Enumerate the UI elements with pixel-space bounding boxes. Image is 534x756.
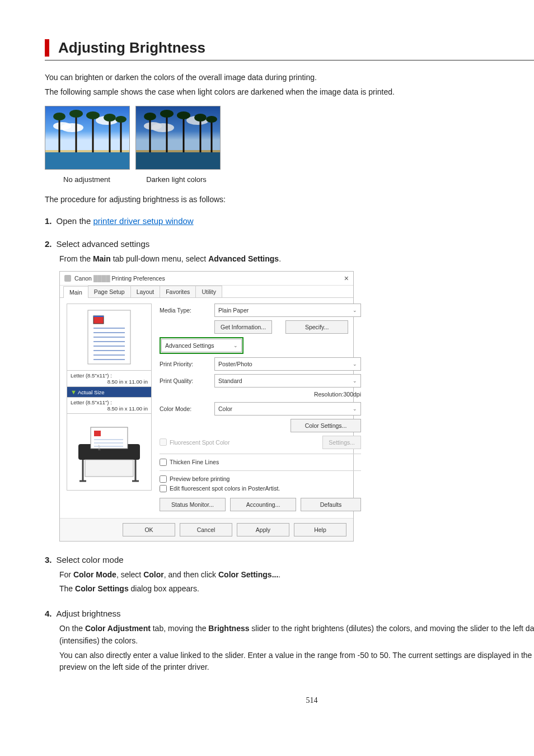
printing-preferences-dialog: Canon ████ Printing Preferences × Main P… [59,271,354,542]
printer-driver-link[interactable]: printer driver setup window [93,216,193,226]
svg-point-15 [115,116,127,123]
preview-checkbox[interactable] [160,475,167,483]
help-button[interactable]: Help [294,523,346,536]
tab-main[interactable]: Main [63,286,88,298]
svg-rect-34 [93,316,104,317]
svg-rect-20 [136,151,220,169]
size-readout-2: Letter (8.5"x11") : 8.50 in x 11.00 in [67,398,152,414]
caption-none: No adjustment [45,175,129,184]
intro-1: You can brighten or darken the colors of… [45,72,534,84]
edit-fluorescent-label: Edit fluorescent spot colors in PosterAr… [170,485,280,492]
svg-rect-49 [85,460,133,477]
dialog-buttons: OK Cancel Apply Help [60,518,353,541]
color-mode-label: Color Mode: [160,405,210,412]
close-icon[interactable]: × [344,274,349,283]
svg-point-27 [144,113,156,120]
chevron-down-icon: ⌄ [353,307,357,313]
size-readout-1: Letter (8.5"x11") : 8.50 in x 11.00 in [67,371,152,387]
svg-point-11 [53,113,65,120]
thicken-lines-checkbox[interactable] [160,459,167,466]
accounting-button[interactable]: Accounting... [230,498,296,511]
advanced-settings-dropdown[interactable]: Advanced Settings⌄ [161,339,242,352]
divider [160,470,361,471]
tab-page-setup[interactable]: Page Setup [88,286,131,297]
status-monitor-button[interactable]: Status Monitor... [160,498,226,511]
step4-title: Adjust brightness [57,609,121,618]
svg-rect-45 [94,431,101,436]
svg-point-29 [177,111,190,119]
svg-point-14 [104,114,116,122]
svg-point-2 [61,123,83,132]
sample-darken [135,106,221,170]
dialog-tabs: Main Page Setup Layout Favorites Utility [60,286,353,298]
resolution-readout: Resolution:300dpi [160,391,361,398]
tab-layout[interactable]: Layout [130,286,161,297]
color-mode-dropdown[interactable]: Color⌄ [214,402,361,416]
procedure-lead: The procedure for adjusting brightness i… [45,194,534,206]
cancel-button[interactable]: Cancel [180,523,232,536]
svg-rect-44 [91,427,128,449]
svg-point-13 [86,111,100,119]
page-preview [67,304,152,371]
svg-rect-21 [136,150,220,152]
step4-p2: You can also directly enter a value link… [59,650,534,674]
print-quality-label: Print Quality: [160,377,210,384]
fluorescent-label: Fluorescent Spot Color [170,439,229,446]
svg-rect-5 [45,150,129,152]
ok-button[interactable]: OK [123,523,175,536]
media-type-dropdown[interactable]: Plain Paper⌄ [214,304,361,317]
step1-title: Open the printer driver setup window [57,216,194,226]
actual-size-row: ▼ Actual Size [67,387,152,398]
preview-label: Preview before printing [170,475,229,482]
sample-captions: No adjustment Darken light colors [45,175,534,184]
step2-title: Select advanced settings [57,239,150,249]
step2-number: 2. [45,239,52,249]
arrow-down-icon: ▼ [71,389,77,395]
intro-2: The following sample shows the case when… [45,86,534,99]
svg-rect-4 [45,151,129,169]
print-priority-dropdown[interactable]: Poster/Photo⌄ [214,357,361,371]
title-rule [45,60,534,60]
step3-title: Select color mode [57,555,124,564]
dialog-titlebar: Canon ████ Printing Preferences × [60,272,353,286]
media-type-label: Media Type: [160,307,210,314]
fluorescent-checkbox [160,438,167,446]
page-title: Adjusting Brightness [58,39,534,57]
step3-number: 3. [45,555,52,564]
tab-utility[interactable]: Utility [195,286,222,297]
step2-desc: From the Main tab pull-down menu, select… [59,253,534,265]
caption-dark: Darken light colors [134,175,218,184]
apply-button[interactable]: Apply [237,523,289,536]
chevron-down-icon: ⌄ [353,378,357,384]
chevron-down-icon: ⌄ [353,406,357,412]
step3-line2: The Color Settings dialog box appears. [59,583,534,595]
print-priority-label: Print Priority: [160,361,210,367]
step4-p1: On the Color Adjustment tab, moving the … [59,623,534,647]
sample-images [45,106,534,170]
tab-favorites[interactable]: Favorites [160,286,196,297]
specify-button[interactable]: Specify... [285,320,348,334]
svg-point-28 [160,110,174,118]
advanced-settings-highlight: Advanced Settings⌄ [160,337,243,354]
app-icon [64,275,71,282]
color-settings-button[interactable]: Color Settings... [291,419,361,432]
printer-illustration: ᚱ [67,414,152,491]
svg-point-12 [69,110,83,118]
svg-point-30 [194,114,207,122]
page-number: 514 [45,696,534,705]
defaults-button[interactable]: Defaults [301,498,361,511]
sample-no-adjust [45,106,130,170]
fluorescent-settings-button: Settings... [322,436,361,449]
print-quality-dropdown[interactable]: Standard⌄ [214,374,361,388]
svg-point-18 [152,123,174,132]
svg-rect-33 [93,316,104,324]
step1-number: 1. [45,216,52,226]
chevron-down-icon: ⌄ [233,343,238,348]
edit-fluorescent-checkbox[interactable] [160,485,167,492]
chevron-down-icon: ⌄ [353,361,357,367]
step3-line1: For Color Mode, select Color, and then c… [59,569,534,581]
divider [160,454,361,454]
get-information-button[interactable]: Get Information... [214,320,272,334]
svg-point-31 [206,116,217,123]
dialog-title: Canon ████ Printing Preferences [74,275,165,282]
